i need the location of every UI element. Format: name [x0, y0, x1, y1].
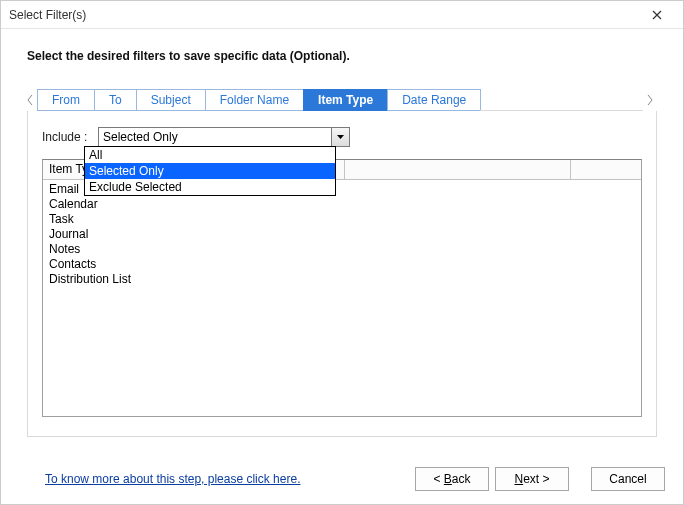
list-item[interactable]: Calendar	[49, 197, 635, 212]
tab-item-type[interactable]: Item Type	[303, 89, 388, 111]
tab-spacer	[480, 89, 643, 111]
list-body: Email Calendar Task Journal Notes Contac…	[43, 180, 641, 416]
item-type-listbox: Item Type Email Calendar Task Journal No…	[42, 159, 642, 417]
include-combobox[interactable]: Selected Only	[98, 127, 350, 147]
list-item[interactable]: Notes	[49, 242, 635, 257]
tab-strip: From To Subject Folder Name Item Type Da…	[23, 89, 657, 111]
window-title: Select Filter(s)	[9, 8, 639, 22]
instruction-text: Select the desired filters to save speci…	[27, 49, 657, 63]
list-item[interactable]: Journal	[49, 227, 635, 242]
include-row: Include : Selected Only	[42, 127, 642, 147]
include-option-exclude-selected[interactable]: Exclude Selected	[85, 179, 335, 195]
tab-subject[interactable]: Subject	[136, 89, 206, 111]
title-bar: Select Filter(s)	[1, 1, 683, 29]
include-value: Selected Only	[99, 130, 331, 144]
include-option-all[interactable]: All	[85, 147, 335, 163]
include-dropdown-button[interactable]	[331, 128, 349, 146]
chevron-left-icon	[27, 95, 33, 105]
include-option-selected-only[interactable]: Selected Only	[85, 163, 335, 179]
list-item[interactable]: Distribution List	[49, 272, 635, 287]
tab-scroll-right[interactable]	[643, 89, 657, 111]
help-link[interactable]: To know more about this step, please cli…	[45, 472, 300, 486]
column-2[interactable]	[345, 160, 571, 179]
close-button[interactable]	[639, 1, 675, 28]
list-item[interactable]: Contacts	[49, 257, 635, 272]
footer: To know more about this step, please cli…	[1, 454, 683, 504]
cancel-button[interactable]: Cancel	[591, 467, 665, 491]
tab-date-range[interactable]: Date Range	[387, 89, 481, 111]
tab-scroll-left[interactable]	[23, 89, 37, 111]
back-button[interactable]: < Back	[415, 467, 489, 491]
column-3[interactable]	[571, 160, 641, 179]
next-button[interactable]: Next >	[495, 467, 569, 491]
close-icon	[652, 10, 662, 20]
chevron-down-icon	[337, 135, 344, 139]
list-item[interactable]: Task	[49, 212, 635, 227]
include-label: Include :	[42, 130, 90, 144]
chevron-right-icon	[647, 95, 653, 105]
include-dropdown-list[interactable]: All Selected Only Exclude Selected	[84, 146, 336, 196]
tab-to[interactable]: To	[94, 89, 137, 111]
tab-from[interactable]: From	[37, 89, 95, 111]
tab-folder-name[interactable]: Folder Name	[205, 89, 304, 111]
filter-panel: Include : Selected Only All Selected Onl…	[27, 111, 657, 437]
